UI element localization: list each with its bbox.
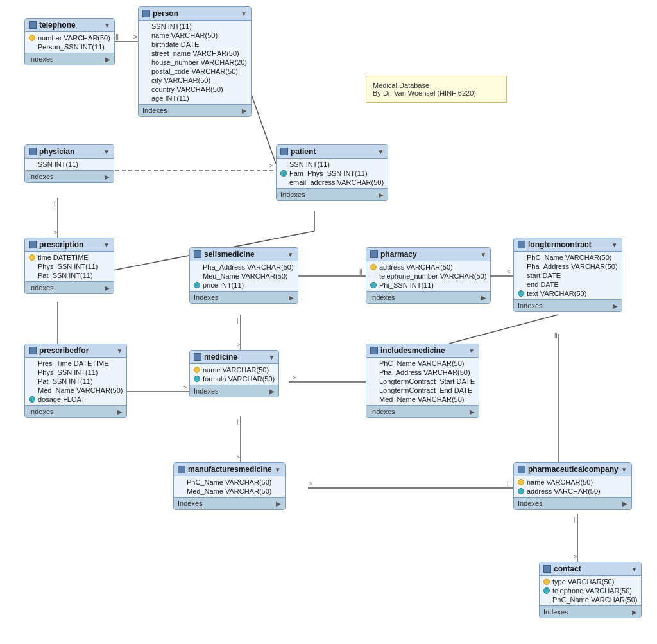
table-icon [29,241,37,248]
field-icon-teal [280,170,287,177]
table-header-prescribedfor[interactable]: prescribedfor▼ [25,344,126,358]
table-header-prescription[interactable]: prescription▼ [25,238,114,252]
table-header-manufacturesmedicine[interactable]: manufacturesmedicine▼ [174,463,285,476]
indexes-row[interactable]: Indexes▶ [25,405,126,417]
field-text: country VARCHAR(50) [151,85,223,93]
table-header-arrow[interactable]: ▼ [268,354,275,361]
svg-text:||: || [507,480,510,487]
indexes-row[interactable]: Indexes▶ [540,605,641,618]
table-pharmacy[interactable]: pharmacy▼address VARCHAR(50)telephone_nu… [366,247,491,304]
table-header-arrow[interactable]: ▼ [275,466,281,473]
indexes-row[interactable]: Indexes▶ [25,281,114,293]
field-spacer [29,44,35,50]
annotation-line1: Medical Database [373,82,500,89]
field-text: email_address VARCHAR(50) [289,178,384,186]
table-header-sellsmedicine[interactable]: sellsmedicine▼ [190,248,298,261]
table-header-arrow[interactable]: ▼ [621,466,627,473]
table-physician[interactable]: physician▼SSN INT(11)Indexes▶ [24,144,114,183]
indexes-arrow[interactable]: ▶ [242,107,247,114]
table-header-arrow[interactable]: ▼ [103,241,110,248]
indexes-arrow[interactable]: ▶ [613,302,618,309]
field-icon-yellow [518,479,524,485]
indexes-row[interactable]: Indexes▶ [190,291,298,303]
table-header-pharmacy[interactable]: pharmacy▼ [366,248,490,261]
indexes-row[interactable]: Indexes▶ [366,405,479,417]
connections-svg: || > || > || > || > || || || > || < [0,0,657,644]
table-header-pharmaceuticalcompany[interactable]: pharmaceuticalcompany▼ [514,463,631,476]
table-icon [29,347,37,354]
table-header-longtermcontract[interactable]: longtermcontract▼ [514,238,622,252]
table-icon [194,250,201,258]
table-header-arrow[interactable]: ▼ [480,251,486,258]
field-spacer [142,95,149,101]
table-icon [194,353,201,361]
table-longtermcontract[interactable]: longtermcontract▼PhC_Name VARCHAR(50)Pha… [513,238,622,312]
indexes-arrow[interactable]: ▶ [117,408,123,415]
table-header-arrow[interactable]: ▼ [287,251,294,258]
table-row: age INT(11) [139,94,251,103]
svg-text:<: < [507,268,510,275]
indexes-arrow[interactable]: ▶ [105,173,110,180]
table-telephone[interactable]: telephone▼number VARCHAR(50)Person_SSN I… [24,18,115,65]
table-header-arrow[interactable]: ▼ [611,241,618,248]
indexes-arrow[interactable]: ▶ [289,294,294,301]
table-row: telephone VARCHAR(50) [540,586,641,595]
table-header-arrow[interactable]: ▼ [241,10,247,17]
table-header-person[interactable]: person▼ [139,7,251,21]
field-text: SSN INT(11) [289,161,330,168]
field-text: number VARCHAR(50) [38,34,110,42]
table-header-patient[interactable]: patient▼ [277,145,388,159]
field-text: telephone_number VARCHAR(50) [379,272,486,280]
table-patient[interactable]: patient▼SSN INT(11)Fam_Phys_SSN INT(11)e… [276,144,388,201]
indexes-row[interactable]: Indexes▶ [139,104,251,116]
indexes-row[interactable]: Indexes▶ [190,385,278,397]
table-person[interactable]: person▼SSN INT(11)name VARCHAR(50)birthd… [138,6,252,117]
table-header-arrow[interactable]: ▼ [117,347,123,354]
table-header-arrow[interactable]: ▼ [103,148,110,155]
indexes-arrow[interactable]: ▶ [481,294,486,301]
table-header-medicine[interactable]: medicine▼ [190,351,278,364]
table-medicine[interactable]: medicine▼name VARCHAR(50)formula VARCHAR… [189,350,279,397]
table-icon [518,466,525,473]
indexes-arrow[interactable]: ▶ [632,609,637,616]
table-header-telephone[interactable]: telephone▼ [25,19,114,32]
indexes-row[interactable]: Indexes▶ [25,170,114,182]
table-row: Pha_Address VARCHAR(50) [366,368,479,377]
indexes-arrow[interactable]: ▶ [276,500,281,507]
indexes-arrow[interactable]: ▶ [622,500,627,507]
table-header-includesmedicine[interactable]: includesmedicine▼ [366,344,479,358]
indexes-arrow[interactable]: ▶ [105,56,110,63]
table-header-arrow[interactable]: ▼ [468,347,475,354]
indexes-row[interactable]: Indexes▶ [277,188,388,200]
svg-text:||: || [359,268,363,275]
table-manufacturesmedicine[interactable]: manufacturesmedicine▼PhC_Name VARCHAR(50… [173,462,286,510]
table-includesmedicine[interactable]: includesmedicine▼PhC_Name VARCHAR(50)Pha… [366,344,479,418]
table-row: PhC_Name VARCHAR(50) [366,359,479,368]
table-pharmaceuticalcompany[interactable]: pharmaceuticalcompany▼name VARCHAR(50)ad… [513,462,632,510]
field-text: Med_Name VARCHAR(50) [38,387,123,394]
table-row: Pha_Address VARCHAR(50) [514,262,622,271]
indexes-arrow[interactable]: ▶ [470,408,475,415]
indexes-arrow[interactable]: ▶ [105,284,110,292]
table-header-arrow[interactable]: ▼ [631,566,638,573]
indexes-row[interactable]: Indexes▶ [174,497,285,509]
table-contact[interactable]: contact▼type VARCHAR(50)telephone VARCHA… [539,562,642,618]
indexes-arrow[interactable]: ▶ [379,191,384,198]
indexes-row[interactable]: Indexes▶ [366,291,490,303]
table-header-physician[interactable]: physician▼ [25,145,114,159]
table-sellsmedicine[interactable]: sellsmedicine▼Pha_Address VARCHAR(50)Med… [189,247,298,304]
field-spacer [29,378,35,385]
table-header-arrow[interactable]: ▼ [104,22,110,29]
svg-text:>: > [237,342,240,348]
indexes-row[interactable]: Indexes▶ [514,299,622,311]
table-prescribedfor[interactable]: prescribedfor▼Pres_Time DATETIMEPhys_SSN… [24,344,127,418]
field-icon-teal [518,290,524,297]
table-header-contact[interactable]: contact▼ [540,562,641,576]
indexes-row[interactable]: Indexes▶ [514,497,631,509]
indexes-arrow[interactable]: ▶ [269,388,275,395]
table-header-arrow[interactable]: ▼ [377,148,384,155]
table-prescription[interactable]: prescription▼time DATETIMEPhys_SSN INT(1… [24,238,114,294]
field-spacer [194,264,200,270]
indexes-row[interactable]: Indexes▶ [25,53,114,65]
field-text: Med_Name VARCHAR(50) [187,487,271,495]
